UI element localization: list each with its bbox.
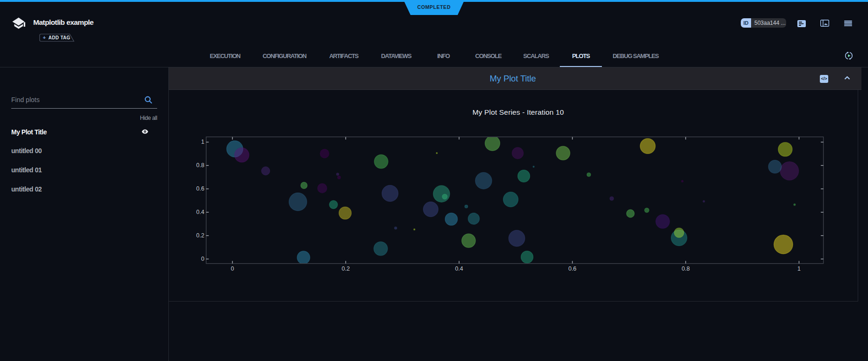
svg-text:+: + [43,35,46,40]
svg-text:ADD TAG: ADD TAG [49,35,71,40]
